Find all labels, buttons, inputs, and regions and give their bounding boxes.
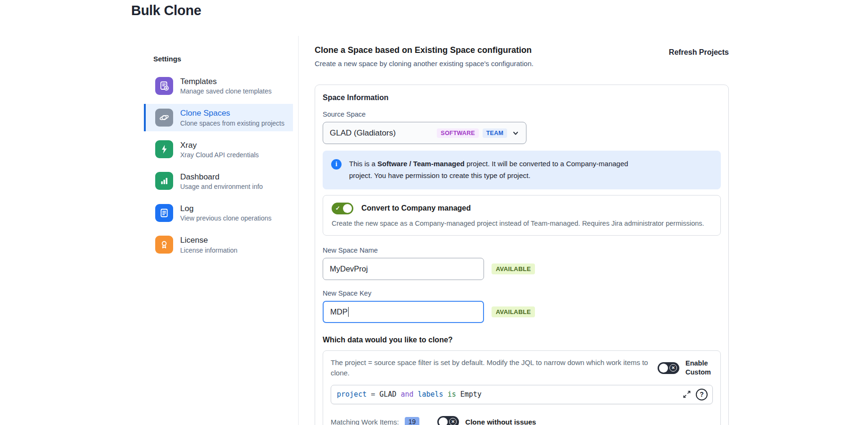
toggle-knob [343,204,352,213]
sidebar-item-label: Log [180,204,272,213]
enable-custom-toggle[interactable]: ✕ [658,362,679,374]
convert-toggle-desc: Create the new space as a Company-manage… [332,220,712,227]
sidebar-item-text: Clone Spaces Clone spaces from existing … [180,108,284,127]
source-space-value: GLAD (Gladiators) [330,128,437,138]
jql-token: = [371,390,375,399]
sidebar-items: Templates Manage saved clone templates C… [144,72,293,258]
filter-top-row: The project = source space filter is set… [331,357,713,379]
filter-note: The project = source space filter is set… [331,357,648,379]
new-space-key-input[interactable]: MDP [323,301,484,323]
sidebar-item-log[interactable]: Log View previous clone operations [144,199,293,226]
space-information-card: Space Information Source Space GLAD (Gla… [315,85,729,425]
new-space-key-value: MDP [330,307,348,316]
sidebar-item-text: Xray Xray Cloud API credentials [180,140,259,159]
sidebar-item-text: Dashboard Usage and environment info [180,172,263,190]
enable-custom-line1: Enable [685,359,711,368]
sidebar-item-label: Templates [180,76,272,86]
new-space-name-value: MyDevProj [330,264,368,273]
info-text-bold: Software / Team-managed [377,160,465,168]
toggle-knob [659,364,668,373]
text-cursor [348,307,349,317]
sidebar-item-label: Xray [180,140,259,150]
expand-jql-icon[interactable] [682,390,692,399]
convert-toggle-label: Convert to Company managed [361,204,471,212]
templates-icon [155,77,173,95]
convert-toggle[interactable]: ✓ [332,203,353,214]
settings-sidebar: Settings Templates Manage saved clone te [144,55,293,258]
new-space-key-label: New Space Key [323,289,721,297]
sidebar-item-text: Log View previous clone operations [180,204,272,222]
jql-query: project=GLADandlabelsisEmpty [337,390,682,399]
sidebar-item-label: Dashboard [180,172,263,182]
enable-custom-label: Enable Custom [685,359,711,377]
xray-icon [155,140,173,158]
panel-header-text: Clone a Space based on Existing Space co… [315,45,534,68]
sidebar-item-desc: Manage saved clone templates [180,87,272,95]
info-banner-text: This is a Software / Team-managed projec… [349,158,651,182]
sidebar-item-desc: View previous clone operations [180,214,272,222]
bulk-clone-app: Bulk Clone Settings Templates [0,0,868,425]
convert-to-company-card: ✓ Convert to Company managed Create the … [323,195,721,236]
clone-spaces-icon [155,109,173,127]
jql-filter-card: The project = source space filter is set… [323,350,721,425]
panel-subtitle: Create a new space by cloning another ex… [315,60,534,68]
sidebar-item-text: License License information [180,235,237,254]
clone-data-title: Which data would you like to clone? [323,336,721,344]
software-badge: SOFTWARE [437,128,478,138]
panel-header: Clone a Space based on Existing Space co… [315,45,729,68]
check-icon: ✓ [335,205,340,212]
convert-toggle-row: ✓ Convert to Company managed [332,203,712,214]
clone-without-issues-label: Clone without issues [465,418,536,425]
jql-input[interactable]: project=GLADandlabelsisEmpty ? [331,385,713,404]
enable-custom-wrap: ✕ Enable Custom [658,357,713,379]
sidebar-item-desc: Xray Cloud API credentials [180,151,259,159]
sidebar-item-label: Clone Spaces [180,108,284,118]
sidebar-item-label: License [180,235,237,245]
sidebar-heading: Settings [144,55,293,63]
jql-token: GLAD [379,390,396,399]
chevron-down-icon [512,129,519,137]
info-text-prefix: This is a [349,160,377,168]
x-icon: ✕ [449,418,457,425]
new-space-name-row: MyDevProj AVAILABLE [323,258,721,280]
panel-title: Clone a Space based on Existing Space co… [315,45,534,55]
sidebar-item-desc: Clone spaces from existing projects [180,119,284,127]
team-badge: TEAM [483,128,507,138]
sidebar-item-dashboard[interactable]: Dashboard Usage and environment info [144,168,293,195]
clone-space-panel: Clone a Space based on Existing Space co… [315,45,729,425]
refresh-projects-button[interactable]: Refresh Projects [669,45,729,57]
sidebar-item-desc: Usage and environment info [180,183,263,190]
jql-help-icon[interactable]: ? [696,389,708,400]
jql-token: and [401,390,413,399]
toggle-knob [439,417,448,425]
sidebar-item-desc: License information [180,246,237,254]
jql-token: Empty [460,390,482,399]
source-space-select[interactable]: GLAD (Gladiators) SOFTWARE TEAM [323,122,526,144]
sidebar-item-templates[interactable]: Templates Manage saved clone templates [144,72,293,99]
license-icon [155,236,173,254]
info-icon: i [331,159,342,170]
name-status-badge: AVAILABLE [492,264,535,274]
jql-token: is [448,390,456,399]
sidebar-item-clone-spaces[interactable]: Clone Spaces Clone spaces from existing … [144,104,293,131]
clone-without-issues-toggle[interactable]: ✕ [437,416,459,425]
matching-items-label: Matching Work Items: [331,418,399,425]
space-information-title: Space Information [323,94,721,102]
log-icon [155,204,173,222]
key-status-badge: AVAILABLE [492,306,535,317]
new-space-name-input[interactable]: MyDevProj [323,258,484,280]
matching-items-row: Matching Work Items: 19 ✕ Clone without … [331,416,713,425]
project-type-info-banner: i This is a Software / Team-managed proj… [323,151,721,189]
x-icon: ✕ [669,364,677,372]
sidebar-item-license[interactable]: License License information [144,231,293,258]
enable-custom-line2: Custom [685,368,711,377]
page-title: Bulk Clone [131,3,201,18]
dashboard-icon [155,172,173,190]
new-space-name-label: New Space Name [323,246,721,254]
source-space-label: Source Space [323,110,721,118]
matching-count-badge: 19 [405,417,420,425]
sidebar-item-text: Templates Manage saved clone templates [180,76,272,95]
jql-token: project [337,390,367,399]
jql-token: labels [417,390,443,399]
sidebar-item-xray[interactable]: Xray Xray Cloud API credentials [144,136,293,163]
